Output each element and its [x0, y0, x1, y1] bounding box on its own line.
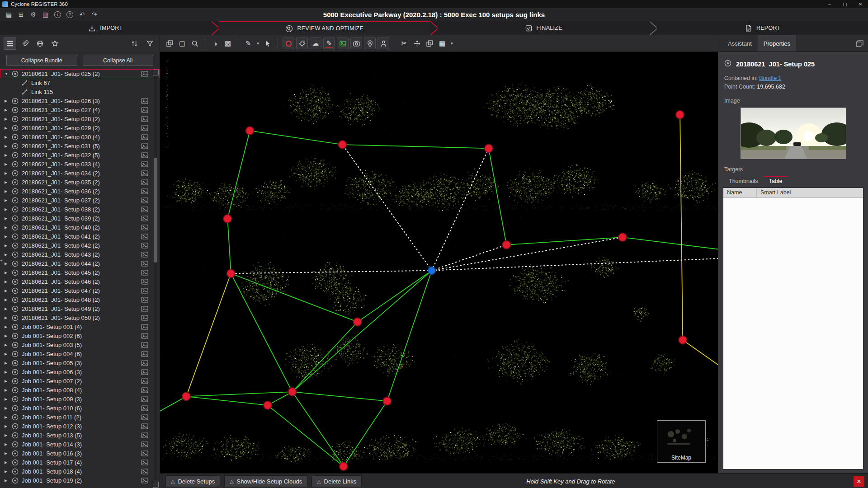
tree-item-setup[interactable]: ▶20180621_J01- Setup 033 (4) — [0, 160, 160, 169]
expand-chevron-icon[interactable]: ▶ — [5, 406, 11, 410]
tree-item-setup[interactable]: ▶Job 001- Setup 008 (4) — [0, 385, 160, 394]
expand-chevron-icon[interactable]: ▶ — [5, 244, 11, 248]
duplicate-view-icon[interactable] — [164, 38, 175, 49]
setup-node[interactable] — [264, 401, 272, 409]
setup-node[interactable] — [339, 141, 347, 149]
expand-chevron-icon[interactable]: ▶ — [5, 469, 11, 474]
favorites-tab[interactable] — [48, 38, 61, 50]
expand-chevron-icon[interactable]: ▶ — [5, 379, 11, 383]
attachments-tab[interactable] — [19, 38, 31, 50]
tree-item-setup[interactable]: ▶Job 001- Setup 019 (2) — [0, 476, 160, 485]
expand-chevron-icon[interactable]: ▶ — [5, 289, 11, 293]
registered-link-line[interactable] — [292, 322, 357, 392]
registered-link-line[interactable] — [292, 392, 344, 466]
collapse-all-button[interactable]: Collapse All — [83, 55, 154, 66]
pick-point-icon[interactable] — [262, 38, 274, 49]
tree-item-setup[interactable]: ▶Job 001- Setup 018 (4) — [0, 467, 160, 476]
filter-icon[interactable] — [143, 38, 156, 50]
setup-node[interactable] — [676, 111, 684, 119]
measure-icon[interactable]: ✎ — [242, 38, 254, 49]
expand-chevron-icon[interactable]: ▶ — [5, 225, 11, 230]
registered-link-line[interactable] — [268, 405, 344, 466]
bundle-link[interactable]: Bundle 1 — [759, 75, 781, 81]
project-icon[interactable]: ▤ — [4, 9, 14, 20]
registered-link-line[interactable] — [623, 237, 718, 250]
scroll-top-button[interactable] — [153, 70, 159, 75]
suggested-link-line[interactable] — [432, 148, 489, 270]
tab-assistant[interactable]: Assistant — [722, 35, 758, 52]
expand-chevron-icon[interactable]: ▶ — [5, 370, 11, 374]
project-tree-tab[interactable] — [4, 38, 16, 50]
sidebar-collapse-handle[interactable]: ◂ — [0, 258, 2, 263]
cloud-icon[interactable]: ☁ — [310, 38, 321, 49]
sitemap-minimap[interactable]: SiteMap — [657, 420, 706, 463]
axes-icon[interactable] — [411, 38, 423, 49]
expand-chevron-icon[interactable]: ▶ — [5, 334, 11, 338]
setup-node[interactable] — [354, 318, 362, 326]
tree-item-setup[interactable]: ▶20180621_J01- Setup 038 (2) — [0, 205, 160, 214]
expand-chevron-icon[interactable]: ▶ — [5, 171, 11, 175]
expand-chevron-icon[interactable]: ▶ — [5, 207, 11, 211]
tree-item-setup[interactable]: ▶20180621_J01- Setup 026 (3) — [0, 96, 160, 105]
setup-node[interactable] — [679, 336, 687, 344]
close-button[interactable]: ✕ — [853, 0, 868, 8]
workflow-step-report[interactable]: REPORT — [657, 21, 868, 35]
setup-node[interactable] — [383, 397, 391, 405]
tree-item-setup[interactable]: ▶20180621_J01- Setup 030 (4) — [0, 132, 160, 141]
tree-item-setup[interactable]: ▶Job 001- Setup 007 (2) — [0, 376, 160, 385]
suggested-link-line[interactable] — [432, 237, 623, 271]
scrollbar-track[interactable] — [154, 77, 157, 480]
redo-icon[interactable]: ↷ — [89, 9, 99, 20]
minimize-button[interactable]: – — [822, 0, 837, 8]
expand-chevron-icon[interactable]: ▶ — [5, 361, 11, 365]
expand-chevron-icon[interactable]: ▶ — [5, 144, 11, 148]
suggested-link-line[interactable] — [432, 258, 718, 271]
frame-icon[interactable]: ▢ — [176, 38, 188, 49]
tree-item-setup[interactable]: ▶20180621_J01- Setup 047 (2) — [0, 286, 160, 295]
expand-chevron-icon[interactable]: ▶ — [5, 424, 11, 428]
tree-item-setup[interactable]: ▶20180621_J01- Setup 039 (2) — [0, 214, 160, 223]
measure-caret-icon[interactable]: ▾ — [255, 38, 261, 49]
tree-item-setup[interactable]: ▶20180621_J01- Setup 050 (2) — [0, 313, 160, 322]
expand-chevron-icon[interactable]: ▶ — [5, 117, 11, 121]
workflow-step-finalize[interactable]: FINALIZE — [438, 21, 649, 35]
expand-chevron-icon[interactable]: ▶ — [5, 198, 11, 202]
maximize-button[interactable]: ▢ — [837, 0, 853, 8]
tree-item-setup[interactable]: ▶Job 001- Setup 004 (6) — [0, 349, 160, 358]
setup-node[interactable] — [502, 241, 510, 249]
expand-chevron-icon[interactable]: ▶ — [5, 216, 11, 221]
expand-chevron-icon[interactable]: ▶ — [5, 433, 11, 437]
tree-item-setup[interactable]: ▶20180621_J01- Setup 036 (2) — [0, 187, 160, 196]
expand-chevron-icon[interactable]: ▶ — [5, 298, 11, 302]
tree-item-setup[interactable]: ▶Job 001- Setup 001 (4) — [0, 322, 160, 331]
grid-icon[interactable]: ▦ — [436, 38, 448, 49]
storage-icon[interactable]: ▥ — [40, 9, 51, 20]
setup-node[interactable] — [340, 462, 348, 470]
scrollbar-thumb[interactable] — [154, 158, 157, 263]
tree-item-setup[interactable]: ▶Job 001- Setup 003 (5) — [0, 340, 160, 349]
expand-chevron-icon[interactable]: ▶ — [5, 316, 11, 320]
grid-caret-icon[interactable]: ▾ — [449, 38, 455, 49]
expand-chevron-icon[interactable]: ▶ — [5, 479, 11, 483]
tree-item-setup[interactable]: ▶20180621_J01- Setup 045 (2) — [0, 268, 160, 277]
tree-item-setup[interactable]: ▶Job 001- Setup 002 (6) — [0, 331, 160, 340]
delete-links-button[interactable]: △Delete Links — [311, 475, 362, 487]
tree-item-setup[interactable]: ▶20180621_J01- Setup 035 (2) — [0, 178, 160, 187]
registered-link-line[interactable] — [160, 396, 186, 414]
geotag-icon[interactable] — [364, 38, 376, 49]
tree-item-link[interactable]: Link 67 — [0, 78, 160, 87]
scroll-bottom-button[interactable] — [153, 482, 159, 488]
tree-item-setup[interactable]: ▶Job 001- Setup 017 (4) — [0, 458, 160, 467]
expand-chevron-icon[interactable]: ▶ — [5, 442, 11, 446]
registered-link-line[interactable] — [683, 340, 718, 380]
registered-link-line[interactable] — [231, 273, 292, 392]
setup-panorama-thumbnail[interactable] — [741, 108, 846, 159]
tree-item-setup[interactable]: ▶Job 001- Setup 016 (3) — [0, 449, 160, 458]
setup-node[interactable] — [485, 144, 493, 152]
expand-chevron-icon[interactable]: ▶ — [5, 280, 11, 284]
zoom-window-icon[interactable] — [189, 38, 201, 49]
setup-node[interactable] — [223, 215, 231, 223]
tree-item-setup[interactable]: ▶Job 001- Setup 005 (3) — [0, 358, 160, 367]
tree-item-setup[interactable]: ▶Job 001- Setup 009 (3) — [0, 394, 160, 404]
expand-chevron-icon[interactable]: ▶ — [5, 352, 11, 356]
